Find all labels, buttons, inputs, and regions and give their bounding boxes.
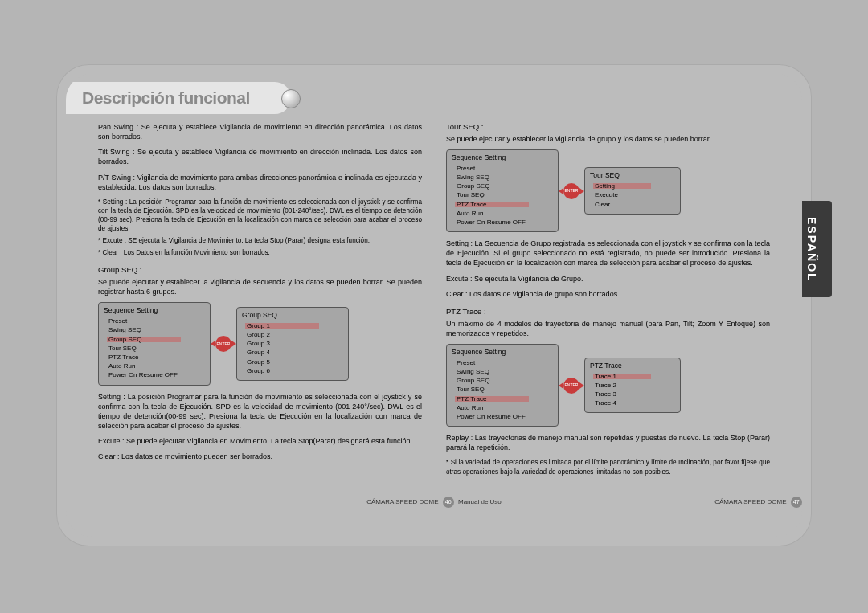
group-setting-para: Setting : La posición Programar para la … — [98, 392, 422, 431]
enter-icon: ENTER — [215, 336, 231, 352]
menu-item: Swing SEQ — [104, 325, 205, 334]
menu-item: Preset — [104, 317, 205, 325]
tour-clear-para: Clear : Los datos de vigilancia de grupo… — [446, 289, 770, 299]
menu-title: Tour SEQ — [590, 171, 675, 181]
group-seq-box: Group SEQ Group 1 Group 2 Group 3 Group … — [236, 307, 349, 381]
manual-page-spread: ESPAÑOL Descripción funcional Pan Swing … — [56, 64, 812, 546]
menu-item: Group 2 — [242, 330, 343, 339]
ptz-trace-menu-row: Sequence Setting Preset Swing SEQ Group … — [446, 344, 770, 427]
page-inner: Descripción funcional Pan Swing : Se eje… — [66, 74, 802, 537]
clear-note: * Clear : Los Datos en la función Movimi… — [98, 248, 422, 257]
footer-right: CÁMARA SPEED DOME 47 Manual de Uso — [446, 497, 802, 508]
sequence-setting-box: Sequence Setting Preset Swing SEQ Group … — [446, 344, 559, 427]
menu-item-selected: Group 1 — [242, 321, 343, 330]
enter-icon: ENTER — [563, 183, 579, 199]
menu-item: Group 5 — [242, 358, 343, 366]
menu-item: Execute — [590, 190, 675, 199]
limit-note: * Si la variedad de operaciones es limit… — [446, 458, 770, 476]
menu-item: Trace 3 — [590, 390, 675, 398]
menu-item-selected: PTZ Trace — [452, 394, 553, 403]
menu-title: Sequence Setting — [104, 306, 205, 316]
footer-product: CÁMARA SPEED DOME — [714, 498, 786, 505]
menu-title: Sequence Setting — [452, 153, 553, 163]
menu-item: Power On Resume OFF — [452, 412, 553, 421]
tour-setting-para: Setting : La Secuencia de Grupo registra… — [446, 239, 770, 268]
group-seq-label: Group SEQ : — [98, 265, 422, 276]
excute-note: * Excute : SE ejecuta la Vigilancia de M… — [98, 236, 422, 245]
menu-item: Tour SEQ — [452, 190, 553, 199]
group-excute-para: Excute : Se puede ejecutar Vigilancia en… — [98, 436, 422, 446]
page-number: 47 — [791, 497, 802, 508]
menu-item: Auto Run — [104, 362, 205, 370]
pan-swing-text: Pan Swing : Se ejecuta y establece Vigil… — [98, 122, 422, 141]
menu-item: Trace 4 — [590, 398, 675, 407]
menu-item: Swing SEQ — [452, 173, 553, 182]
menu-item-selected: Setting — [590, 182, 675, 190]
left-column: Pan Swing : Se ejecuta y establece Vigil… — [98, 122, 422, 513]
menu-item: Clear — [590, 200, 675, 209]
menu-item: Group 3 — [242, 339, 343, 348]
group-clear-para: Clear : Los datos de movimiento pueden s… — [98, 452, 422, 461]
ptz-trace-desc: Un máximo de 4 modelos de trayectoria de… — [446, 319, 770, 338]
menu-item: Preset — [452, 358, 553, 367]
sequence-setting-box: Sequence Setting Preset Swing SEQ Group … — [98, 302, 211, 385]
menu-title: PTZ Trace — [590, 362, 675, 371]
menu-item: Trace 2 — [590, 381, 675, 390]
setting-note: * Setting : La posición Programar para l… — [98, 198, 422, 233]
tour-seq-box: Tour SEQ Setting Execute Clear — [584, 167, 681, 214]
menu-item: Preset — [452, 164, 553, 173]
group-seq-menu-row: Sequence Setting Preset Swing SEQ Group … — [98, 302, 422, 385]
footer-product: CÁMARA SPEED DOME — [366, 498, 438, 505]
tilt-swing-text: Tilt Swing : Se ejecuta y establece Vigi… — [98, 147, 422, 166]
enter-icon: ENTER — [563, 378, 579, 394]
replay-para: Replay : Las trayectorias de manejo manu… — [446, 433, 770, 452]
menu-item: Group 4 — [242, 348, 343, 357]
menu-item-selected: Group SEQ — [104, 335, 205, 344]
sequence-setting-box: Sequence Setting Preset Swing SEQ Group … — [446, 149, 559, 232]
content-columns: Pan Swing : Se ejecuta y establece Vigil… — [98, 122, 770, 513]
menu-item-selected: PTZ Trace — [452, 200, 553, 209]
menu-item: Group 6 — [242, 366, 343, 375]
title-tab: Descripción funcional — [66, 82, 291, 114]
page-title: Descripción funcional — [82, 88, 250, 108]
menu-title: Sequence Setting — [452, 348, 553, 358]
menu-title: Group SEQ — [242, 311, 343, 321]
menu-item: Power On Resume OFF — [452, 218, 553, 227]
right-column: Tour SEQ : Se puede ejecutar y establece… — [446, 122, 770, 513]
menu-item: Swing SEQ — [452, 367, 553, 376]
tour-seq-desc: Se puede ejecutar y establecer la vigila… — [446, 134, 770, 144]
tour-excute-para: Excute : Se ejecuta la Vigilancia de Gru… — [446, 274, 770, 284]
ptz-trace-label: PTZ Trace : — [446, 307, 770, 317]
tour-seq-label: Tour SEQ : — [446, 122, 770, 133]
menu-item: Auto Run — [452, 209, 553, 218]
menu-item: Group SEQ — [452, 182, 553, 190]
tour-seq-menu-row: Sequence Setting Preset Swing SEQ Group … — [446, 149, 770, 232]
group-seq-desc: Se puede ejecutar y establecer la vigila… — [98, 277, 422, 296]
menu-item: Auto Run — [452, 403, 553, 412]
menu-item: PTZ Trace — [104, 353, 205, 362]
menu-item-selected: Trace 1 — [590, 372, 675, 381]
menu-item: Tour SEQ — [452, 385, 553, 394]
pt-swing-text: P/T Swing : Vigilancia de movimiento par… — [98, 173, 422, 192]
menu-item: Group SEQ — [452, 376, 553, 385]
title-ornament-icon — [281, 89, 301, 108]
menu-item: Power On Resume OFF — [104, 370, 205, 379]
menu-item: Tour SEQ — [104, 344, 205, 353]
ptz-trace-box: PTZ Trace Trace 1 Trace 2 Trace 3 Trace … — [584, 358, 681, 414]
